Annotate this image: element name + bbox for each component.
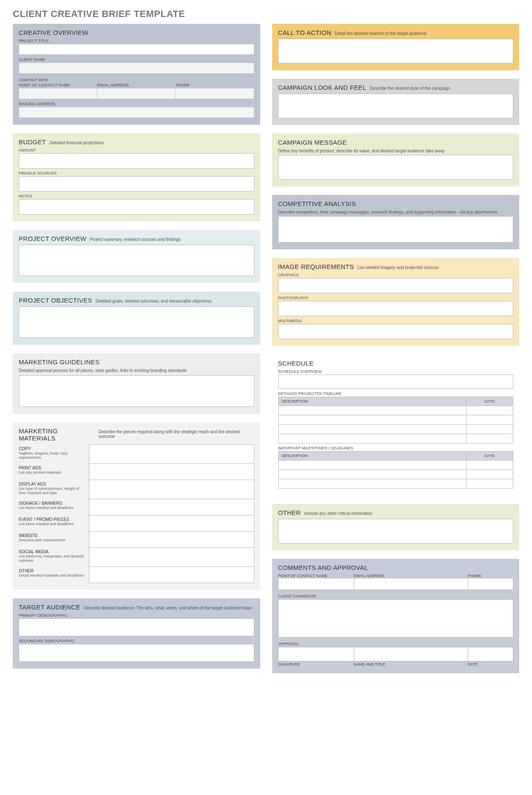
comments-phone-label: PHONE — [468, 574, 513, 578]
notes-label: NOTES — [19, 194, 254, 198]
email-input[interactable] — [97, 88, 176, 99]
budget-sub: Detailed financial projections — [49, 140, 103, 145]
mailing-input[interactable] — [19, 107, 254, 118]
competitive-panel: COMPETITIVE ANALYSIS Describe competitor… — [272, 195, 520, 249]
project-objectives-input[interactable] — [19, 306, 254, 338]
comments-phone-input[interactable] — [468, 578, 513, 590]
graphics-input[interactable] — [278, 278, 514, 293]
marketing-guidelines-title: MARKETING GUIDELINES — [19, 358, 100, 366]
milestones-desc-header: DESCRIPTION — [278, 452, 467, 460]
approval-label: APPROVAL — [278, 642, 514, 646]
timeline-row-desc[interactable] — [278, 425, 467, 434]
timeline-row-desc[interactable] — [278, 415, 467, 425]
cta-input[interactable] — [278, 39, 514, 63]
photo-input[interactable] — [278, 301, 514, 316]
marketing-materials-sub: Describe the pieces required along with … — [99, 429, 254, 439]
client-comments-input[interactable] — [278, 599, 514, 638]
image-req-panel: IMAGE REQUIREMENTS List needed imagery a… — [272, 258, 520, 346]
milestones-row-desc[interactable] — [278, 479, 467, 489]
mm-row-desc: List type of advertisement, length of ti… — [19, 486, 86, 495]
mm-row-input[interactable] — [89, 464, 254, 480]
amount-label: AMOUNT — [19, 148, 254, 152]
mm-label-cell: EVENT / PROMO PIECESList items needed an… — [19, 515, 89, 532]
mm-row-name: COPY — [19, 446, 86, 451]
mm-row-desc: Taglines, slogans, body copy requirement… — [19, 451, 86, 460]
left-column: CREATIVE OVERVIEW PROJECT TITLE CLIENT N… — [13, 24, 260, 673]
marketing-guidelines-sub: Detailed approval process for all pieces… — [19, 368, 254, 373]
competitive-input[interactable] — [278, 216, 514, 243]
secondary-demo-input[interactable] — [19, 644, 254, 662]
mm-row-input[interactable] — [89, 532, 254, 548]
timeline-label: DETAILED PROJECTED TIMELINE — [278, 392, 514, 396]
marketing-guidelines-input[interactable] — [19, 375, 254, 407]
message-title: CAMPAIGN MESSAGE — [278, 139, 347, 146]
primary-demo-input[interactable] — [19, 618, 254, 636]
date-input[interactable] — [468, 647, 513, 661]
milestones-row-desc[interactable] — [278, 470, 467, 479]
mm-row-input[interactable] — [89, 499, 254, 515]
project-title-label: PROJECT TITLE — [19, 39, 254, 43]
look-feel-input[interactable] — [278, 94, 514, 118]
mm-row-desc: List items needed and deadlines — [19, 506, 86, 510]
photo-label: PHOTOGRAPHY — [278, 296, 514, 300]
competitive-title: COMPETITIVE ANALYSIS — [278, 200, 356, 207]
page-title: CLIENT CREATIVE BRIEF TEMPLATE — [13, 9, 519, 20]
date-label: DATE — [468, 662, 513, 666]
finance-input[interactable] — [19, 176, 254, 192]
marketing-guidelines-panel: MARKETING GUIDELINES Detailed approval p… — [13, 353, 260, 414]
mm-label-cell: DISPLAY ADSList type of advertisement, l… — [19, 480, 89, 499]
timeline-row-desc[interactable] — [278, 434, 467, 443]
schedule-overview-input[interactable] — [278, 375, 514, 389]
other-input[interactable] — [278, 519, 514, 543]
amount-input[interactable] — [19, 153, 254, 169]
other-sub: Include any other critical information — [304, 511, 373, 516]
milestones-row-desc[interactable] — [278, 460, 467, 470]
mm-row-name: OTHER — [19, 569, 86, 573]
timeline-desc-header: DESCRIPTION — [278, 397, 467, 406]
mm-row-input[interactable] — [89, 548, 254, 567]
notes-input[interactable] — [19, 199, 254, 214]
cta-panel: CALL TO ACTION Detail the desired reacti… — [272, 24, 520, 70]
timeline-row-date[interactable] — [467, 434, 513, 443]
mm-row-input[interactable] — [89, 445, 254, 464]
timeline-table: DESCRIPTIONDATE — [278, 397, 514, 443]
timeline-row-desc[interactable] — [278, 406, 467, 415]
project-title-input[interactable] — [19, 44, 254, 55]
comments-email-input[interactable] — [354, 578, 468, 590]
mm-label-cell: SOCIAL MEDIAList platforms, manpower, an… — [19, 548, 89, 567]
timeline-row-date[interactable] — [467, 425, 513, 434]
comments-poc-input[interactable] — [278, 578, 354, 590]
milestones-table: DESCRIPTIONDATE — [278, 451, 514, 489]
competitive-sub: Describe competitors, their campaign mes… — [278, 210, 514, 214]
milestones-row-date[interactable] — [467, 479, 513, 489]
signature-input[interactable] — [278, 647, 354, 661]
timeline-row-date[interactable] — [467, 406, 513, 415]
name-title-input[interactable] — [354, 647, 468, 661]
look-feel-panel: CAMPAIGN LOOK AND FEEL Describe the desi… — [272, 79, 520, 125]
mm-row-input[interactable] — [89, 567, 254, 583]
project-overview-panel: PROJECT OVERVIEW Project summary, resear… — [13, 230, 260, 283]
cta-title: CALL TO ACTION — [278, 29, 332, 36]
message-input[interactable] — [278, 155, 514, 180]
multi-input[interactable] — [278, 324, 514, 339]
marketing-materials-title: MARKETING MATERIALS — [19, 427, 95, 442]
milestones-date-header: DATE — [467, 452, 513, 460]
poc-input[interactable] — [19, 88, 97, 99]
comments-poc-label: POINT OF CONTACT NAME — [278, 574, 354, 578]
mm-row-input[interactable] — [89, 515, 254, 532]
project-overview-input[interactable] — [19, 245, 254, 276]
other-title: OTHER — [278, 509, 301, 516]
mm-row-desc: List platforms, manpower, and desired ou… — [19, 554, 86, 563]
phone-input[interactable] — [176, 88, 254, 99]
mm-row-name: PRINT ADS — [19, 466, 86, 470]
project-overview-title: PROJECT OVERVIEW — [19, 235, 86, 242]
project-overview-sub: Project summary, research sources and fi… — [90, 237, 180, 242]
milestones-row-date[interactable] — [467, 460, 513, 470]
marketing-materials-table: COPYTaglines, slogans, body copy require… — [19, 444, 254, 583]
client-name-input[interactable] — [19, 63, 254, 74]
client-name-label: CLIENT NAME — [19, 57, 254, 62]
timeline-row-date[interactable] — [467, 415, 513, 425]
mm-row-desc: List any printed materials — [19, 470, 86, 475]
milestones-row-date[interactable] — [467, 470, 513, 479]
mm-row-input[interactable] — [89, 480, 254, 499]
